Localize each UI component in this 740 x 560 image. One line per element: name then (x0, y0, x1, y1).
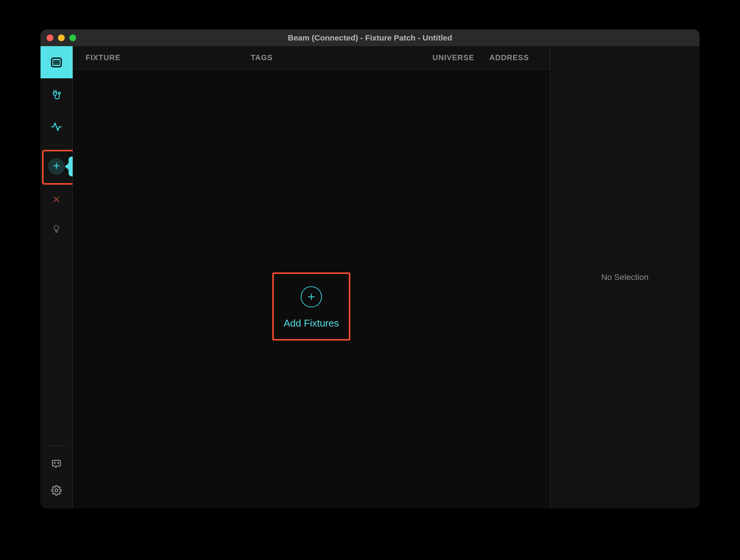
table-body: Add Fixtures (73, 70, 550, 508)
minimize-window-button[interactable] (58, 34, 65, 41)
plus-circle-icon (301, 286, 322, 307)
close-icon (52, 195, 61, 204)
window-title: Beam (Connected) - Fixture Patch - Untit… (41, 33, 699, 42)
inspector-panel: No Selection (550, 46, 699, 508)
add-fixtures-button[interactable] (48, 158, 65, 175)
column-header-tags[interactable]: TAGS (251, 53, 432, 62)
sidebar: Add Fixtures (41, 46, 73, 508)
sidebar-settings-button[interactable] (41, 478, 73, 504)
column-header-universe[interactable]: UNIVERSE (432, 53, 489, 62)
column-header-fixture[interactable]: FIXTURE (73, 53, 251, 62)
fixture-table-area: FIXTURE TAGS UNIVERSE ADDRESS Add Fixtu (73, 46, 550, 508)
app-window: Beam (Connected) - Fixture Patch - Untit… (41, 30, 699, 508)
window-traffic-lights (41, 34, 76, 41)
plus-icon (52, 161, 61, 172)
list-icon (50, 56, 63, 69)
sidebar-divider (49, 145, 64, 145)
sidebar-identify-button[interactable] (41, 214, 73, 244)
titlebar: Beam (Connected) - Fixture Patch - Untit… (41, 30, 699, 46)
activity-icon (51, 121, 62, 132)
close-window-button[interactable] (47, 34, 53, 41)
sidebar-tab-activity[interactable] (41, 110, 73, 143)
add-fixtures-empty-cta[interactable]: Add Fixtures (284, 284, 339, 329)
sidebar-add-fixtures-row: Add Fixtures (41, 150, 72, 185)
sidebar-console-button[interactable] (41, 451, 73, 478)
plug-icon (51, 89, 62, 100)
no-selection-label: No Selection (601, 272, 649, 282)
column-header-address[interactable]: ADDRESS (489, 53, 550, 62)
sidebar-tab-fixture-patch[interactable] (41, 46, 73, 78)
sidebar-tab-outputs[interactable] (41, 78, 73, 110)
sidebar-divider-bottom (48, 446, 65, 446)
gear-icon (51, 485, 62, 497)
add-fixtures-empty-label: Add Fixtures (284, 317, 339, 329)
code-message-icon (51, 459, 62, 471)
sidebar-remove-button[interactable] (41, 185, 73, 214)
table-header: FIXTURE TAGS UNIVERSE ADDRESS (73, 46, 550, 70)
lightbulb-icon (52, 223, 61, 235)
zoom-window-button[interactable] (69, 34, 76, 41)
svg-point-9 (55, 489, 58, 492)
svg-point-4 (58, 92, 61, 94)
